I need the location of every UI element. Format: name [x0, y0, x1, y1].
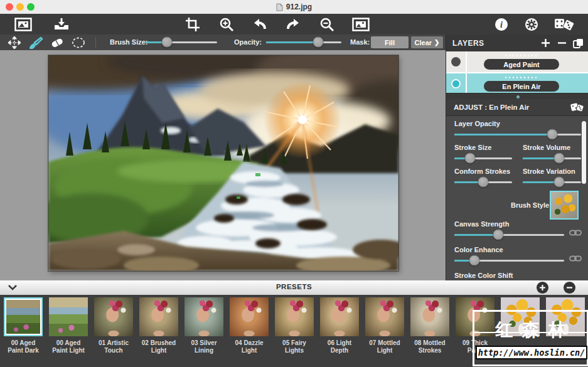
- watermark-url: http://www.hoslin.cn/: [476, 346, 587, 359]
- settings-gear-icon[interactable]: [519, 16, 544, 32]
- adjust-scrollbar[interactable]: [582, 121, 586, 184]
- right-panel: LAYERS Aged Paint En Plein Air ADJUST : …: [446, 35, 588, 280]
- preset-thumbnail: [4, 297, 43, 336]
- preset-item[interactable]: 01 ArtisticTouch: [94, 297, 133, 354]
- canvas-image[interactable]: [48, 55, 398, 271]
- preset-item[interactable]: 00 AgedPaint Dark: [4, 297, 43, 354]
- undo-icon[interactable]: [247, 16, 272, 32]
- preset-item[interactable]: 04 DazzleLight: [230, 297, 269, 354]
- preset-thumbnail: [365, 297, 404, 336]
- layer-row-aged-paint[interactable]: Aged Paint: [446, 51, 588, 73]
- mask-fill-label: Fill: [385, 39, 395, 46]
- watermark: 红森林 http://www.hoslin.cn/: [473, 310, 588, 366]
- adjust-header: ADJUST : En Plein Air: [446, 99, 588, 116]
- zoom-in-icon[interactable]: [214, 16, 239, 32]
- add-preset-button[interactable]: [537, 282, 548, 294]
- conform-strokes-label: Conform Strokes: [454, 168, 510, 175]
- stroke-size-slider[interactable]: [454, 153, 512, 163]
- brush-style-label: Brush Style: [511, 201, 549, 209]
- preset-thumbnail: [320, 297, 359, 336]
- presets-title: PRESETS: [0, 283, 588, 290]
- conform-strokes-slider[interactable]: [454, 177, 512, 187]
- layer-opacity-label: Layer Opacity: [454, 120, 500, 127]
- layer-name: En Plein Air: [502, 83, 540, 90]
- preset-thumbnail: [230, 297, 269, 336]
- layer-pill-en-plein-air[interactable]: En Plein Air: [484, 81, 559, 92]
- resize-dot: [516, 95, 520, 98]
- opacity-slider[interactable]: [266, 37, 341, 47]
- redo-icon[interactable]: [281, 16, 306, 32]
- color-enhance-slider[interactable]: [454, 255, 564, 265]
- preset-thumbnail: [139, 297, 178, 336]
- layer-visibility-toggle[interactable]: [451, 57, 461, 66]
- canvas-strength-link-icon[interactable]: [569, 229, 582, 237]
- zoom-out-icon[interactable]: [314, 16, 339, 32]
- preset-item[interactable]: 07 MottledLight: [365, 297, 404, 354]
- titlebar: 912.jpg: [0, 0, 588, 14]
- layer-opacity-slider[interactable]: [454, 129, 581, 139]
- layer-row-divider: [466, 73, 467, 94]
- layer-drag-dots[interactable]: [504, 55, 539, 56]
- preview-icon[interactable]: [348, 16, 373, 32]
- canvas-strength-label: Canvas Strength: [454, 220, 509, 228]
- stroke-size-label: Stroke Size: [454, 144, 491, 151]
- remove-preset-button[interactable]: [564, 282, 575, 294]
- move-tool[interactable]: [5, 35, 24, 50]
- adjust-title: ADJUST : En Plein Air: [454, 104, 570, 111]
- layers-title: LAYERS: [452, 39, 484, 48]
- preset-thumbnail: [49, 297, 88, 336]
- stroke-color-shift-label: Stroke Color Shift: [454, 272, 513, 279]
- add-layer-button[interactable]: [537, 36, 553, 51]
- brush-style-thumbnail[interactable]: [550, 191, 579, 220]
- layer-visibility-toggle[interactable]: [451, 79, 461, 88]
- watermark-text: 红森林: [474, 318, 587, 342]
- open-image-icon[interactable]: [11, 16, 36, 32]
- window-title-wrap: 912.jpg: [0, 0, 588, 14]
- canvas-strength-slider[interactable]: [454, 230, 564, 240]
- import-save-icon[interactable]: [49, 16, 74, 32]
- opacity-label: Opacity:: [234, 38, 262, 46]
- preset-thumbnail: [94, 297, 133, 336]
- preset-item[interactable]: 02 BrushedLight: [139, 297, 178, 354]
- mask-fill-button[interactable]: Fill: [371, 36, 409, 48]
- stroke-volume-label: Stroke Volume: [523, 144, 570, 151]
- preset-item[interactable]: 08 MottledStrokes: [410, 297, 449, 354]
- brush-tool[interactable]: [26, 35, 45, 50]
- layer-row-divider: [466, 51, 467, 72]
- layer-pill-aged-paint[interactable]: Aged Paint: [484, 59, 559, 70]
- duplicate-layer-button[interactable]: [570, 36, 586, 51]
- brush-size-label: Brush Size:: [110, 38, 148, 46]
- svg-text:i: i: [500, 20, 503, 29]
- crop-icon[interactable]: [180, 16, 205, 32]
- brush-size-slider[interactable]: [146, 37, 217, 47]
- mask-label: Mask:: [350, 38, 370, 46]
- mask-clear-button[interactable]: Clear ❯: [411, 36, 443, 48]
- color-enhance-link-icon[interactable]: [569, 255, 582, 262]
- preset-item[interactable]: 00 AgedPaint Light: [49, 297, 88, 354]
- eraser-tool[interactable]: [48, 35, 67, 50]
- ellipse-select-tool[interactable]: [69, 35, 88, 50]
- adjust-randomize-dice-icon[interactable]: [570, 102, 584, 113]
- remove-layer-button[interactable]: [553, 36, 570, 51]
- stroke-variation-label: Stroke Variation: [523, 168, 575, 175]
- preset-item[interactable]: 06 LightDepth: [320, 297, 359, 354]
- randomize-dice-icon[interactable]: [552, 16, 577, 32]
- info-icon[interactable]: i: [489, 16, 514, 32]
- preset-thumbnail: [275, 297, 314, 336]
- preset-item[interactable]: 05 FairyLights: [275, 297, 314, 354]
- mask-clear-label: Clear: [415, 39, 432, 46]
- preset-thumbnail: [410, 297, 449, 336]
- document-icon: [276, 3, 283, 11]
- preset-thumbnail: [184, 297, 223, 336]
- preset-item[interactable]: 03 SilverLining: [184, 297, 223, 354]
- stroke-variation-slider[interactable]: [523, 177, 581, 187]
- layer-row-en-plein-air[interactable]: En Plein Air: [446, 73, 588, 94]
- layer-drag-dots[interactable]: [504, 77, 539, 78]
- presets-header: PRESETS: [0, 280, 588, 295]
- tools-bar: Brush Size: Opacity: Mask: Fill Clear ❯: [0, 35, 446, 51]
- window-title: 912.jpg: [286, 3, 312, 11]
- tools-divider: [95, 37, 96, 48]
- main-toolbar: i: [0, 14, 588, 35]
- stroke-volume-slider[interactable]: [523, 153, 581, 163]
- layers-header: LAYERS: [446, 35, 588, 52]
